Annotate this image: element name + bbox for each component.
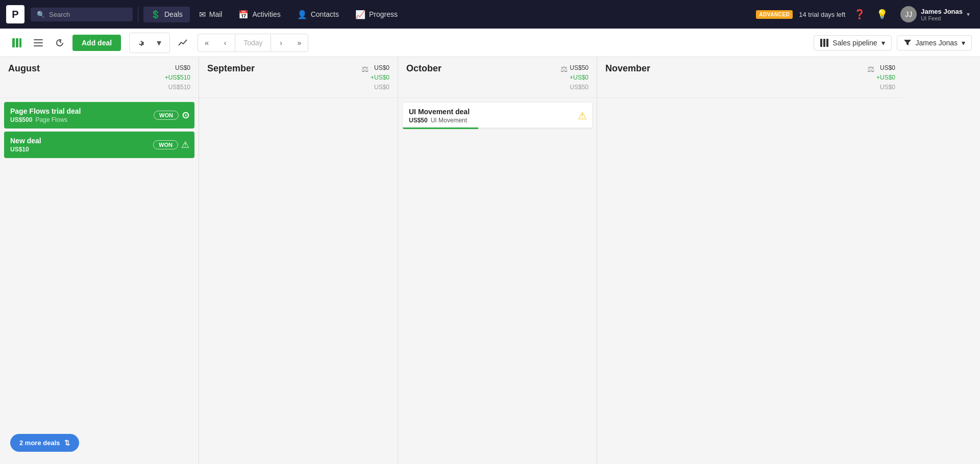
warning-icon-ui-movement: ⚠	[578, 110, 587, 121]
deal-card-page-flows[interactable]: Page Flows trial deal US$500 Page Flows …	[4, 102, 194, 128]
november-plus: +US$0	[876, 73, 895, 83]
deal-org-ui-movement: UI Movement	[431, 117, 467, 124]
deal-amount-ui-movement: US$50	[409, 117, 428, 124]
nav-item-deals-label: Deals	[164, 10, 183, 18]
progress-track	[403, 127, 592, 129]
deal-card-new-deal[interactable]: New deal US$10 WON ⚠	[4, 132, 194, 158]
october-header-right: ⚖ US$50 +US$0 US$50	[557, 63, 589, 93]
more-deals-button[interactable]: 2 more deals ⇅	[10, 434, 79, 452]
more-deals-chevron-icon: ⇅	[64, 439, 70, 447]
nav-item-deals[interactable]: 💲 Deals	[143, 7, 190, 22]
search-bar[interactable]: 🔍 Search	[31, 8, 133, 21]
svg-rect-6	[820, 39, 822, 47]
nav-item-mail-label: Mail	[209, 10, 223, 18]
add-deal-button[interactable]: Add deal	[72, 35, 121, 51]
month-column-october: October ⚖ US$50 +US$0 US$50 UI Movement …	[398, 57, 597, 464]
deal-badges-ui-movement: ⚠	[578, 110, 587, 122]
top-navigation: P 🔍 Search 💲 Deals ✉ Mail 📅 Activities 👤…	[0, 0, 980, 29]
september-plus: +US$0	[371, 73, 389, 83]
month-column-august: August US$0 +US$510 US$510 Page Flows tr…	[0, 57, 199, 464]
month-body-november	[597, 98, 903, 464]
date-navigation: « ‹ Today › »	[198, 34, 308, 52]
refresh-button[interactable]	[51, 34, 68, 51]
toolbar-right: Sales pipeline ▾ James Jonas ▾	[814, 35, 972, 50]
app-logo[interactable]: P	[6, 5, 24, 23]
svg-rect-3	[34, 39, 43, 40]
nav-first-button[interactable]: «	[198, 34, 215, 51]
august-subtotal: US$510	[165, 83, 190, 92]
help-button[interactable]: ❓	[851, 6, 868, 22]
month-header-october: October ⚖ US$50 +US$0 US$50	[398, 57, 597, 98]
main-content: August US$0 +US$510 US$510 Page Flows tr…	[0, 57, 980, 464]
trial-text: 14 trial days left	[799, 11, 845, 18]
list-view-button[interactable]	[30, 34, 47, 51]
settings-dropdown-button[interactable]: ▾	[150, 34, 167, 51]
user-info: James Jonas UI Feed	[921, 8, 963, 21]
october-total: US$50	[570, 63, 589, 73]
pipeline-selector[interactable]: Sales pipeline ▾	[814, 35, 891, 50]
kanban-view-button[interactable]	[8, 34, 26, 51]
toolbar: Add deal ▾ « ‹ Today › » Sales pipeli	[0, 29, 980, 57]
warning-icon-new-deal: ⚠	[181, 139, 189, 150]
month-column-november: November ⚖ US$0 +US$0 US$0	[597, 57, 903, 464]
progress-icon: 📈	[355, 10, 365, 19]
won-label-new: WON	[159, 142, 173, 148]
nav-item-contacts[interactable]: 👤 Contacts	[290, 7, 346, 22]
filter-icon	[903, 39, 912, 47]
month-name-november: November	[605, 63, 864, 74]
won-badge-page-flows: WON	[154, 111, 179, 120]
august-total: US$0	[165, 63, 190, 73]
chart-button[interactable]	[174, 34, 191, 51]
deal-amount-new-deal: US$10	[10, 146, 29, 153]
month-header-november: November ⚖ US$0 +US$0 US$0	[597, 57, 903, 98]
user-menu[interactable]: JJ James Jonas UI Feed ▾	[896, 4, 974, 24]
september-header-right: ⚖ US$0 +US$0 US$0	[358, 63, 389, 93]
deal-badges-new-deal: WON ⚠	[153, 139, 189, 150]
nav-item-activities-label: Activities	[252, 10, 280, 18]
deal-org-page-flows: Page Flows	[35, 116, 67, 123]
month-name-october: October	[406, 63, 557, 74]
advanced-badge: ADVANCED	[756, 10, 793, 19]
nav-item-activities[interactable]: 📅 Activities	[231, 7, 287, 22]
settings-button[interactable]	[132, 34, 149, 51]
september-subtotal: US$0	[371, 83, 389, 92]
more-deals-label: 2 more deals	[19, 439, 60, 447]
november-total: US$0	[876, 63, 895, 73]
september-total: US$0	[371, 63, 389, 73]
month-body-september	[199, 98, 398, 464]
svg-rect-4	[34, 42, 43, 43]
november-subtotal: US$0	[876, 83, 895, 92]
nav-item-mail[interactable]: ✉ Mail	[192, 7, 230, 22]
svg-rect-8	[826, 39, 828, 47]
deals-icon: 💲	[151, 10, 161, 19]
user-name: James Jonas	[921, 8, 963, 15]
month-header-september: September ⚖ US$0 +US$0 US$0	[199, 57, 398, 98]
user-filter-chevron-icon: ▾	[962, 39, 965, 47]
month-column-september: September ⚖ US$0 +US$0 US$0	[199, 57, 398, 464]
today-button[interactable]: Today	[235, 34, 271, 51]
nav-item-progress[interactable]: 📈 Progress	[348, 7, 405, 22]
svg-rect-1	[16, 38, 18, 47]
nav-item-progress-label: Progress	[369, 10, 398, 18]
pipeline-chevron-icon: ▾	[881, 39, 885, 47]
user-filter[interactable]: James Jonas ▾	[897, 35, 972, 50]
deal-badges-page-flows: WON ⊙	[154, 110, 189, 121]
progress-fill	[403, 127, 478, 129]
tips-button[interactable]: 💡	[874, 6, 890, 22]
nav-last-button[interactable]: »	[290, 34, 308, 51]
svg-rect-5	[34, 45, 43, 46]
contacts-icon: 👤	[297, 10, 307, 19]
month-stats-november: US$0 +US$0 US$0	[876, 63, 895, 93]
nav-prev-button[interactable]: ‹	[216, 34, 234, 51]
deal-card-ui-movement[interactable]: UI Movement deal US$50 UI Movement ⚠	[402, 102, 593, 130]
october-subtotal: US$50	[570, 83, 589, 92]
balance-icon-september: ⚖	[361, 64, 369, 74]
deal-title-ui-movement: UI Movement deal	[409, 108, 586, 116]
user-chevron-icon: ▾	[967, 11, 970, 18]
svg-rect-7	[823, 39, 825, 47]
november-header-right: ⚖ US$0 +US$0 US$0	[864, 63, 895, 93]
won-badge-new-deal: WON	[153, 140, 178, 149]
nav-next-button[interactable]: ›	[272, 34, 289, 51]
month-stats-october: US$50 +US$0 US$50	[570, 63, 589, 93]
october-plus: +US$0	[570, 73, 589, 83]
